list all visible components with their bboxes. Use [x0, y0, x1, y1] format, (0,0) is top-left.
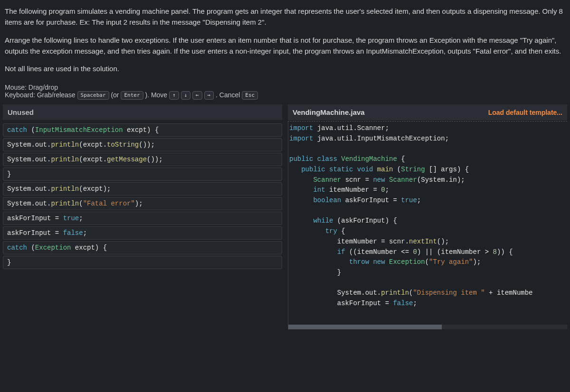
key-left: ← — [192, 91, 202, 100]
keyboard-hint: Keyboard: Grab/release Spacebar (or Ente… — [5, 91, 565, 100]
scrollbar-thumb[interactable] — [288, 325, 442, 329]
editor-header: VendingMachine.java Load default templat… — [288, 104, 567, 120]
key-esc: Esc — [242, 91, 258, 100]
instruction-paragraph: The following program simulates a vendin… — [5, 6, 565, 28]
code-block[interactable]: askForInput = true; — [3, 212, 282, 225]
instruction-paragraph: Not all lines are used in the solution. — [5, 63, 565, 74]
code-block[interactable]: } — [3, 168, 282, 181]
code-block[interactable]: askForInput = false; — [3, 226, 282, 240]
load-template-link[interactable]: Load default template... — [488, 109, 562, 116]
instructions-block: The following program simulates a vendin… — [0, 0, 570, 84]
code-block[interactable]: catch (Exception excpt) { — [3, 241, 282, 254]
unused-block-list: catch (InputMismatchException excpt) { S… — [3, 120, 282, 269]
key-enter: Enter — [121, 91, 143, 100]
key-right: → — [204, 91, 214, 100]
unused-panel: Unused catch (InputMismatchException exc… — [3, 104, 282, 329]
mouse-hint: Mouse: Drag/drop — [5, 84, 565, 91]
code-block[interactable]: System.out.println(excpt.toString()); — [3, 138, 282, 151]
editor-panel: VendingMachine.java Load default templat… — [288, 104, 567, 329]
code-block[interactable]: } — [3, 256, 282, 269]
key-up: ↑ — [169, 91, 179, 100]
code-block[interactable]: System.out.println(excpt.getMessage()); — [3, 153, 282, 166]
unused-title: Unused — [8, 108, 34, 116]
key-down: ↓ — [181, 91, 191, 100]
horizontal-scrollbar[interactable] — [288, 325, 567, 329]
code-editor[interactable]: import java.util.Scanner; import java.ut… — [288, 121, 567, 329]
instruction-paragraph: Arrange the following lines to handle tw… — [5, 35, 565, 57]
code-block[interactable]: catch (InputMismatchException excpt) { — [3, 123, 282, 137]
code-block[interactable]: System.out.println("Fatal error"); — [3, 197, 282, 210]
controls-hint: Mouse: Drag/drop Keyboard: Grab/release … — [0, 84, 570, 104]
code-block[interactable]: System.out.println(excpt); — [3, 182, 282, 196]
unused-header: Unused — [3, 104, 282, 120]
editor-filename: VendingMachine.java — [293, 108, 365, 116]
key-spacebar: Spacebar — [77, 91, 109, 100]
